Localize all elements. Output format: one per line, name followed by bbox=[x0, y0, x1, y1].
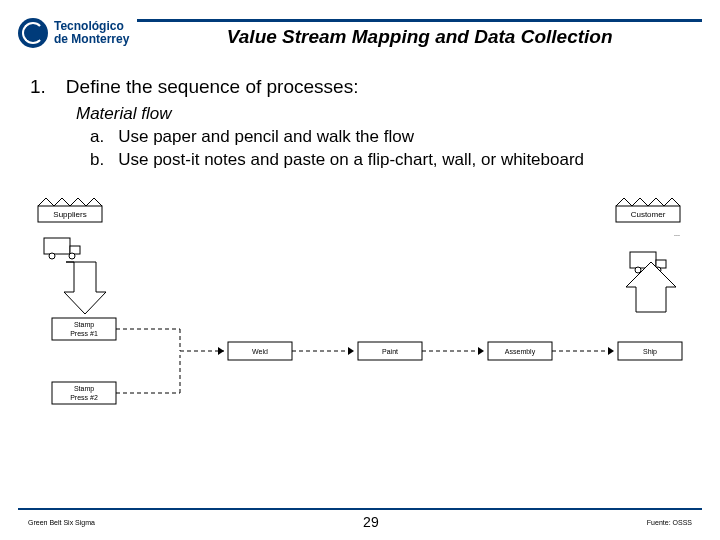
stamp1-box: Stamp Press #1 bbox=[52, 318, 116, 340]
svg-text:...: ... bbox=[674, 230, 680, 237]
paint-box: Paint bbox=[358, 342, 422, 360]
suppliers-box: Suppliers bbox=[38, 198, 102, 222]
list-item-1: 1. Define the sequence of processes: bbox=[30, 76, 690, 98]
supplier-arrow-icon bbox=[64, 262, 106, 314]
ship-box: Ship bbox=[618, 342, 682, 360]
customer-box: Customer ... bbox=[616, 198, 680, 237]
footer-right: Fuente: OSSS bbox=[647, 519, 692, 526]
title-rule bbox=[137, 19, 702, 22]
svg-marker-32 bbox=[608, 347, 614, 355]
sublist: Material flow a. Use paper and pencil an… bbox=[76, 104, 690, 172]
sublist-item-a: a. Use paper and pencil and walk the flo… bbox=[90, 126, 690, 149]
svg-marker-28 bbox=[348, 347, 354, 355]
footer-rule bbox=[18, 508, 702, 510]
slide-title: Value Stream Mapping and Data Collection bbox=[137, 26, 702, 48]
svg-text:Press #1: Press #1 bbox=[70, 330, 98, 337]
stamp2-box: Stamp Press #2 bbox=[52, 382, 116, 404]
logo-block: Tecnológico de Monterrey bbox=[18, 18, 129, 48]
sublist-mark: b. bbox=[90, 149, 104, 172]
paint-label: Paint bbox=[382, 348, 398, 355]
sublist-text: Use paper and pencil and walk the flow bbox=[118, 126, 414, 149]
weld-label: Weld bbox=[252, 348, 268, 355]
title-wrap: Value Stream Mapping and Data Collection bbox=[137, 19, 702, 48]
customer-arrow-icon bbox=[626, 262, 676, 312]
customer-label: Customer bbox=[631, 210, 666, 219]
svg-text:Stamp: Stamp bbox=[74, 321, 94, 329]
logo-line2: de Monterrey bbox=[54, 33, 129, 46]
svg-point-6 bbox=[69, 253, 75, 259]
slide-header: Tecnológico de Monterrey Value Stream Ma… bbox=[18, 18, 702, 48]
svg-point-9 bbox=[635, 267, 641, 273]
svg-text:Press #2: Press #2 bbox=[70, 394, 98, 401]
svg-text:Stamp: Stamp bbox=[74, 385, 94, 393]
weld-box: Weld bbox=[228, 342, 292, 360]
list-text: Define the sequence of processes: bbox=[66, 76, 359, 98]
sublist-heading: Material flow bbox=[76, 104, 690, 124]
ship-label: Ship bbox=[643, 348, 657, 356]
svg-marker-30 bbox=[478, 347, 484, 355]
svg-point-5 bbox=[49, 253, 55, 259]
vsm-diagram: Suppliers Customer ... Stamp Press #1 St… bbox=[20, 192, 700, 450]
list-num: 1. bbox=[30, 76, 46, 98]
truck-in-icon bbox=[44, 238, 80, 259]
sublist-item-b: b. Use post-it notes and paste on a flip… bbox=[90, 149, 690, 172]
assembly-label: Assembly bbox=[505, 348, 536, 356]
logo-icon bbox=[18, 18, 48, 48]
sublist-text: Use post-it notes and paste on a flip-ch… bbox=[118, 149, 584, 172]
footer-left: Green Belt Six Sigma bbox=[28, 519, 95, 526]
assembly-box: Assembly bbox=[488, 342, 552, 360]
sublist-mark: a. bbox=[90, 126, 104, 149]
svg-marker-24 bbox=[218, 347, 224, 355]
slide-footer: Green Belt Six Sigma 29 Fuente: OSSS bbox=[28, 514, 692, 530]
logo-text: Tecnológico de Monterrey bbox=[54, 20, 129, 46]
svg-rect-3 bbox=[44, 238, 70, 254]
push-arrows bbox=[116, 329, 614, 393]
content-area: 1. Define the sequence of processes: Mat… bbox=[30, 76, 690, 172]
page-number: 29 bbox=[363, 514, 379, 530]
suppliers-label: Suppliers bbox=[53, 210, 86, 219]
